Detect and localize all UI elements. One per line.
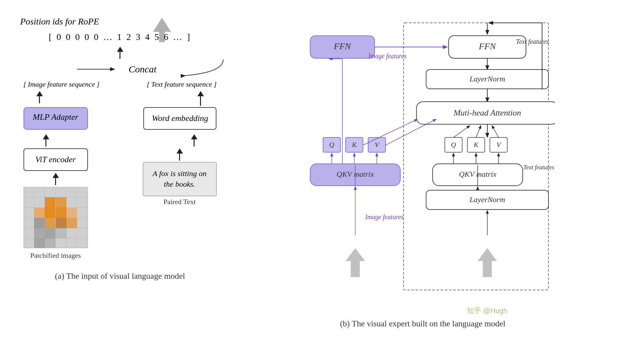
svg-rect-14 (34, 208, 45, 218)
svg-rect-21 (34, 218, 45, 228)
svg-marker-66 (478, 248, 497, 277)
svg-text:FFN: FFN (333, 41, 351, 51)
position-ids-section: Position ids for RoPE [ 0 0 0 0 0 … 1 2 … (17, 16, 223, 42)
right-diagram-container: FFN FFN Image features Text features Lay… (243, 16, 603, 325)
watermark: 知乎 @Hugh (467, 306, 507, 316)
svg-rect-15 (45, 208, 55, 218)
arrow-to-concat (117, 47, 123, 59)
svg-text:Q: Q (329, 141, 334, 149)
svg-rect-25 (34, 238, 45, 248)
svg-text:LayerNorm: LayerNorm (469, 75, 505, 83)
svg-rect-13 (56, 197, 66, 208)
svg-text:Q: Q (451, 141, 456, 149)
svg-rect-16 (56, 208, 66, 218)
svg-line-79 (363, 119, 417, 145)
svg-text:Image features: Image features (368, 52, 406, 60)
left-panel: Position ids for RoPE [ 0 0 0 0 0 … 1 2 … (17, 13, 223, 281)
left-caption: (a) The input of visual language model (55, 271, 185, 281)
svg-rect-12 (45, 197, 55, 208)
encoders-row: MLP Adapter Word embedding (17, 107, 223, 130)
arrow-to-mlp (43, 134, 49, 146)
curved-arrow (159, 53, 230, 79)
svg-rect-19 (56, 218, 66, 228)
concat-label: Concat (129, 64, 157, 75)
svg-text:Muti-head Attention: Muti-head Attention (453, 108, 521, 117)
svg-text:LayerNorm: LayerNorm (469, 195, 505, 204)
arrow-to-word (191, 134, 197, 146)
svg-rect-18 (45, 218, 55, 228)
arrow-from-left (77, 63, 122, 76)
svg-text:Text features: Text features (516, 38, 549, 45)
svg-text:K: K (473, 141, 479, 149)
svg-line-53 (476, 126, 481, 137)
seq-labels: [ Image feature sequence ] [ Text featur… (17, 80, 223, 89)
right-caption: (b) The visual expert built on the langu… (340, 319, 506, 329)
svg-marker-85 (346, 248, 365, 277)
svg-text:FFN: FFN (478, 41, 496, 51)
svg-text:K: K (351, 141, 357, 149)
svg-rect-22 (34, 228, 45, 238)
svg-line-54 (492, 126, 499, 137)
arrow-to-text-seq (197, 91, 204, 106)
main-container: Position ids for RoPE [ 0 0 0 0 0 … 1 2 … (7, 7, 613, 358)
arrow-to-word2 (176, 148, 183, 161)
svg-rect-26 (45, 238, 55, 248)
right-panel: FFN FFN Image features Text features Lay… (243, 13, 603, 329)
patchified-image (24, 187, 88, 248)
svg-rect-20 (66, 218, 77, 228)
patchified-caption: Patchified images (30, 251, 81, 260)
position-ids-label: Position ids for RoPE (20, 16, 99, 27)
vit-encoder-box: ViT encoder (24, 148, 88, 171)
text-seq-label: [ Text feature sequence ] (147, 80, 216, 89)
arrow-to-vit (52, 173, 59, 185)
paired-caption: Paired Text (163, 198, 196, 206)
svg-rect-17 (66, 208, 77, 218)
image-seq-label: [ Image feature sequence ] (24, 80, 100, 89)
svg-rect-24 (56, 228, 66, 238)
right-diagram-svg: FFN FFN Image features Text features Lay… (291, 16, 555, 325)
svg-line-52 (453, 126, 470, 137)
svg-rect-23 (45, 228, 55, 238)
images-row: ViT encoder (17, 148, 223, 260)
word-embedding-box: Word embedding (143, 107, 216, 130)
text-input-box: A fox is sitting on the books. (143, 162, 217, 196)
mlp-adapter-box: MLP Adapter (24, 107, 88, 130)
svg-text:Text features: Text features (523, 164, 554, 171)
arrow-to-image-seq (36, 91, 43, 106)
concat-section: Concat (17, 63, 223, 76)
position-array: [ 0 0 0 0 0 … 1 2 3 4 5 6 … ] (49, 32, 191, 42)
svg-line-80 (386, 119, 436, 145)
svg-text:Image features: Image features (365, 213, 403, 221)
